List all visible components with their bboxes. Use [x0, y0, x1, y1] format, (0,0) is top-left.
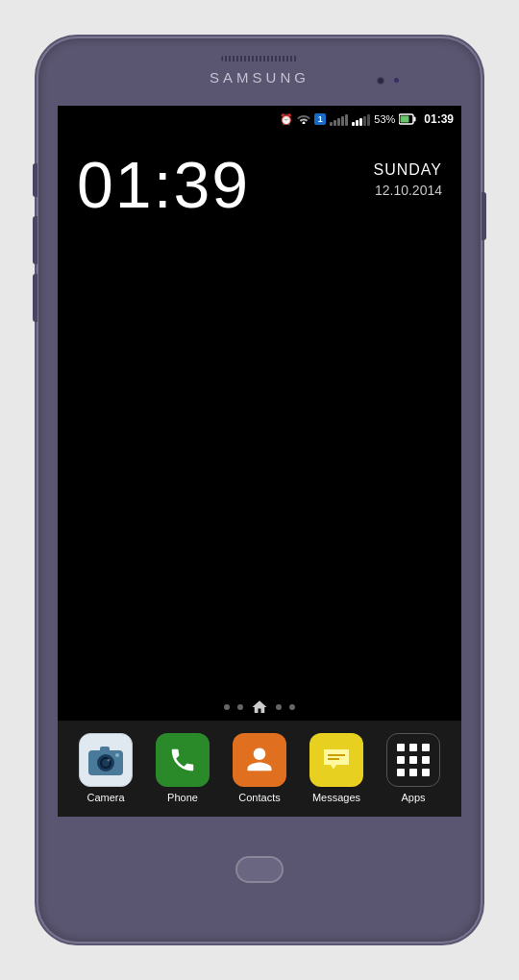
- svg-point-9: [115, 753, 119, 757]
- dock-item-contacts[interactable]: Contacts: [221, 733, 298, 803]
- speaker-grill: [221, 56, 298, 61]
- apps-dot-8: [409, 769, 417, 776]
- apps-dot-2: [409, 744, 417, 751]
- signal-bars-2: [352, 112, 370, 126]
- apps-app-icon: [386, 733, 440, 787]
- signal-bars-1: [330, 112, 348, 126]
- contacts-label: Contacts: [238, 792, 280, 803]
- svg-rect-8: [100, 747, 110, 752]
- contacts-app-icon: [233, 733, 286, 787]
- home-button[interactable]: [235, 856, 284, 883]
- day-name: SUNDAY: [374, 161, 443, 179]
- dock-item-camera[interactable]: Camera: [67, 733, 144, 803]
- status-time: 01:39: [424, 112, 454, 126]
- power-button[interactable]: [482, 192, 486, 240]
- phone-label: Phone: [167, 792, 198, 803]
- dock-item-apps[interactable]: Apps: [375, 733, 452, 803]
- page-dot-3: [276, 704, 282, 710]
- brand-logo: SAMSUNG: [210, 69, 309, 86]
- date-area: SUNDAY 12.10.2014: [374, 152, 443, 198]
- apps-dot-5: [409, 756, 417, 764]
- messages-svg: [320, 746, 353, 774]
- bixby-button[interactable]: [33, 274, 37, 322]
- apps-label: Apps: [401, 792, 425, 803]
- apps-dot-1: [397, 744, 405, 751]
- date-text: 12.10.2014: [374, 183, 443, 198]
- alarm-icon: ⏰: [280, 113, 293, 126]
- sensor: [394, 78, 399, 83]
- page-dot-4: [289, 704, 295, 710]
- svg-rect-2: [401, 116, 409, 123]
- wifi-icon: [297, 112, 310, 127]
- bottom-bezel: [38, 817, 481, 942]
- battery-icon: [399, 113, 416, 125]
- main-clock: 01:39: [77, 152, 250, 217]
- phone-frame: SAMSUNG ⏰ 1: [38, 38, 481, 942]
- camera-label: Camera: [86, 792, 124, 803]
- clock-area: 01:39 SUNDAY 12.10.2014: [58, 133, 461, 217]
- phone-svg: [168, 746, 197, 774]
- apps-dot-6: [422, 756, 430, 764]
- svg-rect-1: [414, 117, 416, 122]
- phone-app-icon: [156, 733, 210, 787]
- svg-point-7: [108, 758, 111, 761]
- status-icons: ⏰ 1: [280, 112, 454, 127]
- home-indicator-icon: [251, 698, 268, 716]
- camera-svg: [86, 743, 125, 777]
- status-bar: ⏰ 1: [58, 106, 461, 133]
- apps-dot-7: [397, 769, 405, 776]
- dock-item-phone[interactable]: Phone: [144, 733, 221, 803]
- top-bezel: SAMSUNG: [38, 38, 481, 106]
- volume-down-button[interactable]: [33, 216, 37, 264]
- front-camera: [377, 77, 384, 85]
- apps-grid: [389, 736, 437, 784]
- camera-app-icon: [79, 733, 133, 787]
- messages-app-icon: [309, 733, 363, 787]
- page-dot-2: [237, 704, 243, 710]
- screen[interactable]: ⏰ 1: [58, 106, 461, 817]
- apps-dot-3: [422, 744, 430, 751]
- apps-dot-9: [422, 769, 430, 776]
- messages-label: Messages: [312, 792, 360, 803]
- volume-up-button[interactable]: [33, 163, 37, 197]
- dock-item-messages[interactable]: Messages: [298, 733, 375, 803]
- app-dock: Camera Phone Contacts: [58, 721, 461, 817]
- apps-dot-4: [397, 756, 405, 764]
- battery-percent: 53%: [374, 113, 395, 125]
- page-dot-1: [224, 704, 230, 710]
- network-badge: 1: [314, 113, 326, 125]
- contacts-svg: [245, 746, 274, 774]
- page-indicators: [224, 698, 295, 716]
